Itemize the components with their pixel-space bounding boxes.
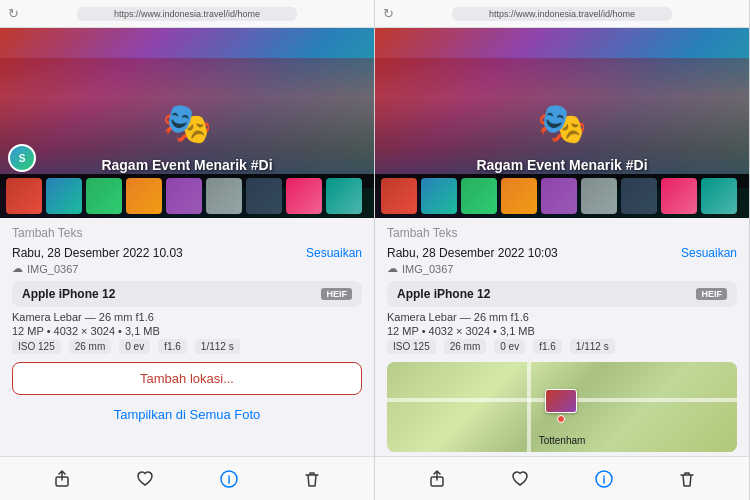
thumb-7[interactable] (246, 178, 282, 214)
info-section-right: Tambah Teks Rabu, 28 Desember 2022 10:03… (375, 218, 749, 456)
map-pin-dot (557, 415, 565, 423)
map-tottenham-label: Tottenham (539, 435, 586, 446)
thumb-3[interactable] (86, 178, 122, 214)
location-btn-left[interactable]: Tambah lokasi... (12, 362, 362, 395)
exif-mm-right: 26 mm (444, 339, 487, 354)
bottom-toolbar-left (0, 456, 374, 500)
img-name-row-left: ☁ IMG_0367 (12, 262, 362, 275)
thumb-9[interactable] (326, 178, 362, 214)
heif-badge-left: HEIF (321, 288, 352, 300)
thumb-r9[interactable] (701, 178, 737, 214)
exif-shutter-left: 1/112 s (195, 339, 240, 354)
avatar-left: S (8, 144, 36, 172)
date-row-left: Rabu, 28 Desember 2022 10.03 Sesuaikan (12, 246, 362, 260)
url-bar-right[interactable]: https://www.indonesia.travel/id/home (452, 7, 672, 21)
refresh-icon-left[interactable]: ↻ (8, 6, 19, 21)
thumb-r8[interactable] (661, 178, 697, 214)
info-button-right[interactable] (586, 461, 622, 497)
img-name-row-right: ☁ IMG_0367 (387, 262, 737, 275)
img-name-right: IMG_0367 (402, 263, 453, 275)
device-card-right: Apple iPhone 12 HEIF (387, 281, 737, 307)
thumb-r3[interactable] (461, 178, 497, 214)
thumb-r1[interactable] (381, 178, 417, 214)
share-button-right[interactable] (419, 461, 455, 497)
map-thumbnail-img (545, 389, 577, 413)
browser-bar-left: ↻ https://www.indonesia.travel/id/home (0, 0, 374, 28)
mp-info-right: 12 MP • 4032 × 3024 • 3,1 MB (387, 325, 737, 337)
info-section-left: Tambah Teks Rabu, 28 Desember 2022 10.03… (0, 218, 374, 456)
all-photos-btn-left[interactable]: Tampilkan di Semua Foto (12, 401, 362, 428)
exif-aperture-left: f1.6 (158, 339, 187, 354)
thumb-r2[interactable] (421, 178, 457, 214)
exif-row-left: ISO 125 26 mm 0 ev f1.6 1/112 s (12, 339, 362, 354)
bottom-toolbar-right (375, 456, 749, 500)
mp-info-left: 12 MP • 4032 × 3024 • 3,1 MB (12, 325, 362, 337)
filmstrip-right[interactable] (375, 174, 749, 218)
sesuaikan-btn-right[interactable]: Sesuaikan (681, 246, 737, 260)
photo-area-right: 🎭 Ragam Event Menarik #Di (375, 28, 749, 218)
exif-ev-right: 0 ev (494, 339, 525, 354)
device-card-left: Apple iPhone 12 HEIF (12, 281, 362, 307)
thumb-1[interactable] (6, 178, 42, 214)
exif-shutter-right: 1/112 s (570, 339, 615, 354)
thumb-6[interactable] (206, 178, 242, 214)
left-panel: ↻ https://www.indonesia.travel/id/home 🎭… (0, 0, 375, 500)
refresh-icon-right[interactable]: ↻ (383, 6, 394, 21)
thumb-8[interactable] (286, 178, 322, 214)
map-road-v (527, 362, 531, 452)
trash-button-left[interactable] (294, 461, 330, 497)
thumb-r5[interactable] (541, 178, 577, 214)
exif-mm-left: 26 mm (69, 339, 112, 354)
date-text-right: Rabu, 28 Desember 2022 10:03 (387, 246, 558, 260)
add-text-left[interactable]: Tambah Teks (12, 226, 362, 240)
thumb-r7[interactable] (621, 178, 657, 214)
exif-ev-left: 0 ev (119, 339, 150, 354)
exif-iso-left: ISO 125 (12, 339, 61, 354)
info-button-left[interactable] (211, 461, 247, 497)
camera-info-right: Kamera Lebar — 26 mm f1.6 (387, 311, 737, 323)
thumb-5[interactable] (166, 178, 202, 214)
exif-row-right: ISO 125 26 mm 0 ev f1.6 1/112 s (387, 339, 737, 354)
device-name-right: Apple iPhone 12 (397, 287, 490, 301)
right-panel: ↻ https://www.indonesia.travel/id/home 🎭… (375, 0, 750, 500)
cloud-icon-left: ☁ (12, 262, 23, 275)
device-name-left: Apple iPhone 12 (22, 287, 115, 301)
heart-button-right[interactable] (502, 461, 538, 497)
photo-title-right: Ragam Event Menarik #Di (476, 157, 647, 173)
thumb-4[interactable] (126, 178, 162, 214)
share-button-left[interactable] (44, 461, 80, 497)
exif-aperture-right: f1.6 (533, 339, 562, 354)
heif-badge-right: HEIF (696, 288, 727, 300)
cloud-icon-right: ☁ (387, 262, 398, 275)
date-row-right: Rabu, 28 Desember 2022 10:03 Sesuaikan (387, 246, 737, 260)
sesuaikan-btn-left[interactable]: Sesuaikan (306, 246, 362, 260)
url-bar-left[interactable]: https://www.indonesia.travel/id/home (77, 7, 297, 21)
map-pin (545, 389, 577, 423)
exif-iso-right: ISO 125 (387, 339, 436, 354)
date-text-left: Rabu, 28 Desember 2022 10.03 (12, 246, 183, 260)
thumb-r4[interactable] (501, 178, 537, 214)
add-text-right[interactable]: Tambah Teks (387, 226, 737, 240)
img-name-left: IMG_0367 (27, 263, 78, 275)
heart-button-left[interactable] (127, 461, 163, 497)
map-area-right[interactable]: Tottenham (387, 362, 737, 452)
map-background: Tottenham (387, 362, 737, 452)
thumb-r6[interactable] (581, 178, 617, 214)
photo-title-left: Ragam Event Menarik #Di (101, 157, 272, 173)
camera-info-left: Kamera Lebar — 26 mm f1.6 (12, 311, 362, 323)
photo-area-left: 🎭 Ragam Event Menarik #Di S (0, 28, 374, 218)
trash-button-right[interactable] (669, 461, 705, 497)
browser-bar-right: ↻ https://www.indonesia.travel/id/home (375, 0, 749, 28)
filmstrip-left[interactable] (0, 174, 374, 218)
thumb-2[interactable] (46, 178, 82, 214)
